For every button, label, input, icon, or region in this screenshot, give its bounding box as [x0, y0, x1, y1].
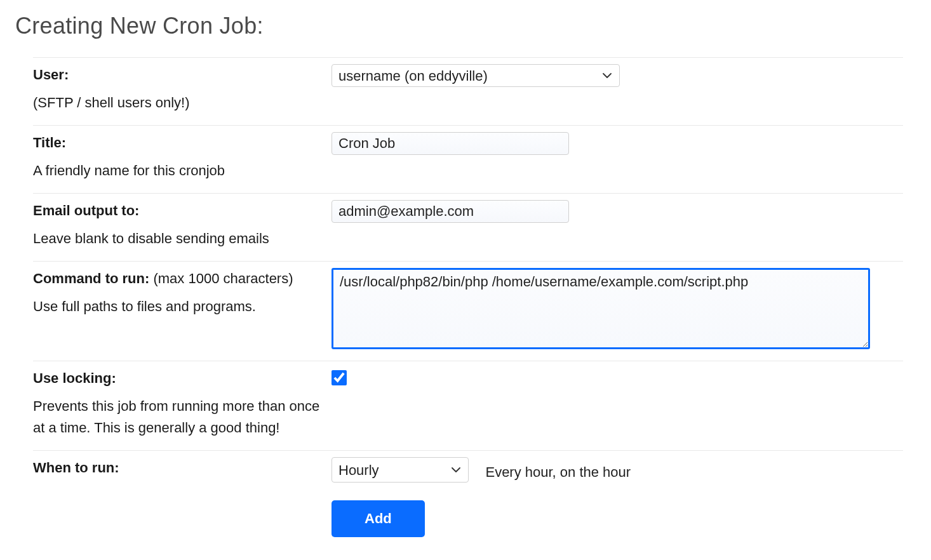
- user-label: User:: [33, 67, 69, 83]
- title-label: Title:: [33, 135, 66, 150]
- user-select[interactable]: username (on eddyville): [332, 64, 620, 87]
- email-sub: Leave blank to disable sending emails: [33, 228, 332, 250]
- title-input[interactable]: [332, 132, 569, 155]
- email-label: Email output to:: [33, 203, 139, 218]
- row-when: When to run: Hourly Every hour, on the h…: [33, 451, 903, 492]
- command-label: Command to run:: [33, 270, 149, 286]
- email-input[interactable]: [332, 200, 569, 223]
- row-user: User: (SFTP / shell users only!) usernam…: [33, 58, 903, 126]
- locking-label: Use locking:: [33, 370, 116, 386]
- row-locking: Use locking: Prevents this job from runn…: [33, 361, 903, 451]
- row-command: Command to run: (max 1000 characters) Us…: [33, 262, 903, 361]
- command-textarea[interactable]: /usr/local/php82/bin/php /home/username/…: [332, 268, 870, 349]
- locking-sub: Prevents this job from running more than…: [33, 396, 332, 439]
- row-title: Title: A friendly name for this cronjob: [33, 126, 903, 194]
- command-sub: Use full paths to files and programs.: [33, 296, 332, 317]
- add-button[interactable]: Add: [332, 500, 425, 537]
- locking-checkbox[interactable]: [332, 370, 347, 385]
- row-submit: Add: [33, 491, 903, 537]
- command-note: (max 1000 characters): [149, 270, 293, 286]
- when-select[interactable]: Hourly: [332, 457, 469, 483]
- when-label: When to run:: [33, 460, 119, 476]
- row-email: Email output to: Leave blank to disable …: [33, 194, 903, 262]
- page-title: Creating New Cron Job:: [15, 13, 916, 39]
- title-sub: A friendly name for this cronjob: [33, 160, 332, 182]
- when-hint: Every hour, on the hour: [485, 464, 631, 481]
- user-sub: (SFTP / shell users only!): [33, 92, 332, 114]
